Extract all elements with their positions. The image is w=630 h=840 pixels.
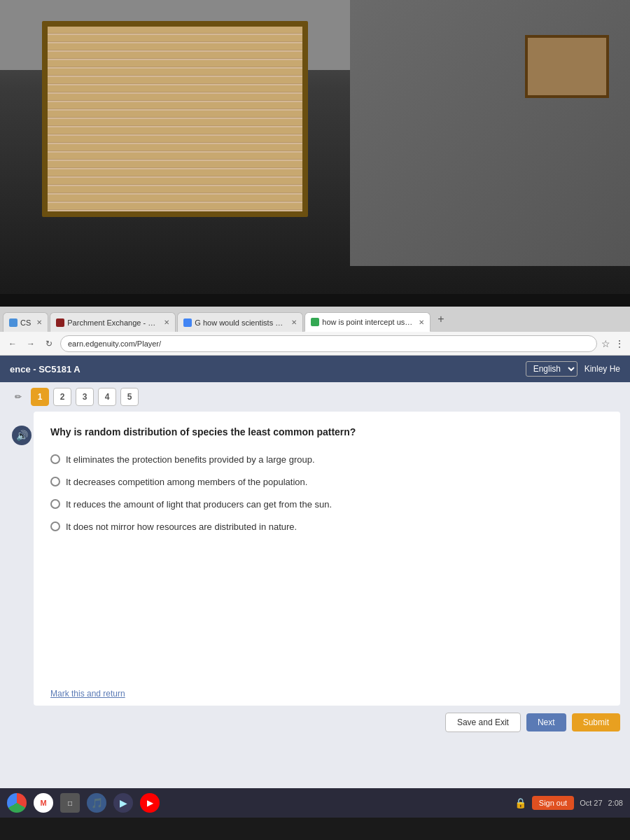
browser-window: CS ✕ Parchment Exchange - Leader in ✕ G … — [0, 307, 630, 788]
question-num-3[interactable]: 3 — [76, 388, 94, 406]
app-title: ence - SC5181 A — [10, 364, 80, 374]
radio-4[interactable] — [50, 522, 60, 531]
taskbar-date: Oct 27 — [580, 799, 602, 807]
tab-close-google[interactable]: ✕ — [291, 318, 297, 326]
blind-strip — [48, 69, 302, 76]
tab-close-parchment[interactable]: ✕ — [164, 318, 169, 326]
bookmark-icon[interactable]: ☆ — [601, 338, 610, 349]
option-text-3: It reduces the amount of light that prod… — [66, 498, 332, 511]
save-exit-button[interactable]: Save and Exit — [445, 713, 521, 732]
tab-favicon-google — [183, 318, 192, 327]
youtube-icon[interactable]: ▶ — [140, 793, 160, 813]
taskbar-left: M □ 🎵 ▶ ▶ — [7, 793, 160, 813]
blind-strip — [48, 127, 302, 134]
url-text: earn.edgenuity.com/Player/ — [68, 340, 161, 348]
refresh-button[interactable]: ↻ — [42, 337, 56, 351]
question-num-1[interactable]: 1 — [31, 388, 49, 406]
tab-label-parchment: Parchment Exchange - Leader in — [67, 318, 158, 327]
window-blinds — [48, 27, 302, 211]
option-text-1: It eliminates the protection benefits pr… — [66, 454, 315, 466]
forward-button[interactable]: → — [24, 337, 38, 351]
sign-out-button[interactable]: Sign out — [532, 796, 574, 810]
option-text-4: It does not mirror how resources are dis… — [66, 521, 297, 533]
blind-strip — [48, 178, 302, 185]
tab-label-active: how is point intercept used to de — [322, 318, 413, 326]
answer-option-3[interactable]: It reduces the amount of light that prod… — [50, 498, 603, 511]
url-bar[interactable]: earn.edgenuity.com/Player/ — [60, 335, 597, 352]
tab-favicon-parchment — [56, 318, 64, 327]
question-card: Why is random distribution of species th… — [34, 412, 620, 706]
pencil-icon[interactable]: ✏ — [10, 388, 27, 405]
blind-strip — [48, 169, 302, 176]
tab-label-google: G how would scientists describe th — [195, 318, 286, 327]
question-num-2[interactable]: 2 — [53, 388, 71, 406]
tab-parchment[interactable]: Parchment Exchange - Leader in ✕ — [50, 312, 176, 332]
tab-favicon-cs — [9, 318, 18, 327]
submit-button[interactable]: Submit — [572, 713, 620, 732]
radio-3[interactable] — [50, 499, 60, 509]
tab-close-active[interactable]: ✕ — [419, 318, 424, 326]
tab-label-cs: CS — [20, 318, 31, 327]
window — [42, 21, 308, 217]
blind-strip — [48, 111, 302, 118]
blind-strip — [48, 186, 302, 193]
blind-strip — [48, 195, 302, 202]
radio-1[interactable] — [50, 454, 60, 464]
tab-favicon-active — [311, 318, 319, 326]
tab-cs[interactable]: CS ✕ — [3, 312, 48, 332]
tab-close-cs[interactable]: ✕ — [36, 318, 42, 326]
question-num-5[interactable]: 5 — [120, 388, 139, 406]
next-button[interactable]: Next — [526, 713, 566, 732]
answer-option-1[interactable]: It eliminates the protection benefits pr… — [50, 454, 603, 466]
action-row: Save and Exit Next Submit — [0, 706, 630, 739]
play-icon[interactable]: ▶ — [113, 793, 133, 813]
blind-strip — [48, 136, 302, 143]
mark-return-link[interactable]: Mark this and return — [50, 689, 125, 699]
blind-strip — [48, 52, 302, 59]
answer-option-4[interactable]: It does not mirror how resources are dis… — [50, 521, 603, 533]
app-header-right: English Kinley He — [526, 361, 620, 377]
browser-icons: ☆ ⋮ — [601, 338, 624, 349]
question-num-4[interactable]: 4 — [98, 388, 116, 406]
room-background — [0, 0, 630, 294]
wall-frame — [525, 35, 609, 98]
dark-separator — [0, 294, 630, 307]
files-icon[interactable]: □ — [60, 793, 80, 813]
new-tab-button[interactable]: + — [432, 313, 449, 326]
language-select[interactable]: English — [526, 361, 578, 377]
app-header: ence - SC5181 A English Kinley He — [0, 356, 630, 382]
blind-strip — [48, 119, 302, 126]
address-bar: ← → ↻ earn.edgenuity.com/Player/ ☆ ⋮ — [0, 332, 630, 356]
tab-active[interactable]: how is point intercept used to de ✕ — [304, 312, 430, 332]
blind-strip — [48, 35, 302, 42]
answer-option-2[interactable]: It decreases competition among members o… — [50, 476, 603, 489]
blind-strip — [48, 60, 302, 67]
blind-strip — [48, 27, 302, 34]
blind-strip — [48, 102, 302, 109]
user-name: Kinley He — [584, 364, 620, 374]
speaker-icon[interactable]: 🔊 — [12, 426, 31, 445]
chrome-icon[interactable] — [7, 793, 27, 813]
gmail-icon[interactable]: M — [34, 793, 53, 813]
wall-right — [350, 0, 630, 266]
blind-strip — [48, 144, 302, 151]
blind-strip — [48, 203, 302, 210]
spacer — [0, 739, 630, 753]
settings-icon[interactable]: ⋮ — [615, 338, 624, 349]
blind-strip — [48, 153, 302, 160]
question-text: Why is random distribution of species th… — [50, 426, 603, 440]
question-container: ✏ 1 2 3 4 5 🔊 Why is random — [0, 382, 630, 788]
tab-google[interactable]: G how would scientists describe th ✕ — [177, 312, 303, 332]
question-nav: ✏ 1 2 3 4 5 — [0, 382, 630, 412]
app-icon-4[interactable]: 🎵 — [87, 793, 106, 813]
lock-icon: 🔒 — [514, 797, 526, 808]
back-button[interactable]: ← — [6, 337, 20, 351]
blind-strip — [48, 94, 302, 101]
taskbar-time: 2:08 — [608, 799, 623, 807]
radio-2[interactable] — [50, 477, 60, 486]
tab-bar: CS ✕ Parchment Exchange - Leader in ✕ G … — [0, 307, 630, 332]
blind-strip — [48, 161, 302, 168]
taskbar: M □ 🎵 ▶ ▶ 🔒 Sign out Oct 27 2:08 — [0, 788, 630, 818]
taskbar-right: 🔒 Sign out Oct 27 2:08 — [514, 796, 623, 810]
blind-strip — [48, 77, 302, 84]
